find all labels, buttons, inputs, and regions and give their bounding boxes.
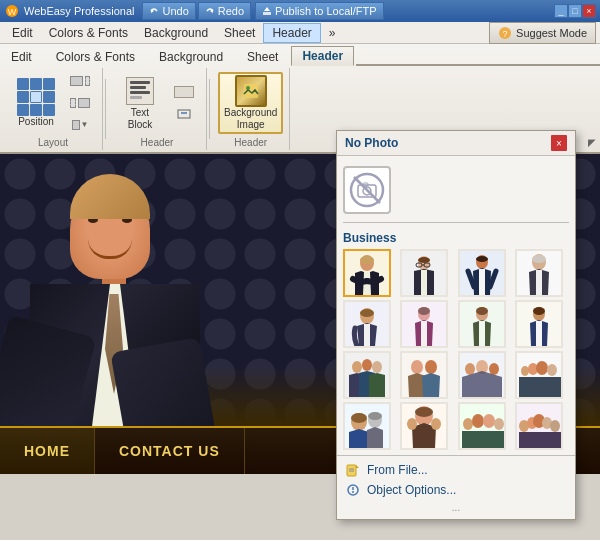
svg-rect-4	[263, 12, 271, 15]
tab-background[interactable]: Background	[148, 47, 234, 66]
photo-cell-7[interactable]	[515, 300, 563, 348]
photo-grid	[343, 249, 569, 450]
maximize-button[interactable]: □	[568, 4, 582, 18]
svg-text:?: ?	[503, 29, 508, 39]
background-image-button[interactable]: BackgroundImage	[218, 72, 283, 134]
photo-cell-3[interactable]	[515, 249, 563, 297]
menu-more[interactable]: »	[321, 24, 344, 42]
popup-body[interactable]: Business	[337, 156, 575, 455]
photo-cell-5[interactable]	[400, 300, 448, 348]
photo-cell-15[interactable]	[515, 402, 563, 450]
menu-colors-fonts[interactable]: Colors & Fonts	[41, 24, 136, 42]
header-group-label: Header	[114, 135, 200, 148]
titlebar: W WebEasy Professional Undo Redo Publish…	[0, 0, 600, 22]
photo-cell-10[interactable]	[458, 351, 506, 399]
undo-button[interactable]: Undo	[142, 2, 195, 20]
svg-point-76	[494, 418, 504, 430]
svg-point-71	[431, 418, 441, 430]
photo-picker-popup: No Photo × Business	[336, 130, 576, 520]
menu-header[interactable]: Header	[263, 23, 320, 43]
object-options-label: Object Options...	[367, 483, 456, 497]
close-button[interactable]: ×	[582, 4, 596, 18]
svg-point-61	[547, 364, 557, 376]
tab-edit[interactable]: Edit	[0, 47, 43, 66]
photo-cell-2[interactable]	[458, 249, 506, 297]
tab-colors-fonts[interactable]: Colors & Fonts	[45, 47, 146, 66]
publish-button[interactable]: Publish to Local/FTP	[255, 2, 384, 20]
header-buttons: TextBlock	[114, 70, 200, 135]
photo-cell-13[interactable]	[400, 402, 448, 450]
object-options-link[interactable]: Object Options...	[345, 482, 567, 498]
svg-point-56	[489, 363, 499, 375]
business-section-label: Business	[343, 231, 569, 245]
svg-point-52	[425, 360, 437, 374]
photo-cell-12[interactable]	[343, 402, 391, 450]
svg-text:W: W	[8, 7, 17, 17]
popup-close-button[interactable]: ×	[551, 135, 567, 151]
menubar: Edit Colors & Fonts Background Sheet Hea…	[0, 22, 600, 44]
photo-cell-14[interactable]	[458, 402, 506, 450]
text-block-label: TextBlock	[128, 107, 152, 131]
align-left-button[interactable]	[64, 71, 96, 91]
position-button[interactable]: Position	[10, 72, 62, 134]
photo-cell-6[interactable]	[458, 300, 506, 348]
ribbon-expand-button[interactable]: ◤	[588, 137, 596, 148]
photo-cell-4[interactable]	[343, 300, 391, 348]
svg-point-19	[360, 256, 374, 264]
position-label: Position	[18, 116, 54, 128]
text-small2-button[interactable]	[168, 104, 200, 124]
svg-point-64	[351, 413, 367, 423]
photo-cell-0[interactable]	[343, 249, 391, 297]
menu-sheet[interactable]: Sheet	[216, 24, 263, 42]
align-right-button[interactable]	[64, 93, 96, 113]
svg-point-54	[465, 363, 475, 375]
svg-point-69	[415, 407, 433, 417]
text-small1-button[interactable]	[168, 82, 200, 102]
nav-home[interactable]: HOME	[0, 428, 95, 474]
menu-edit[interactable]: Edit	[4, 24, 41, 42]
svg-point-88	[352, 491, 354, 493]
svg-point-74	[472, 414, 484, 428]
minimize-button[interactable]: _	[554, 4, 568, 18]
text-block-button[interactable]: TextBlock	[114, 72, 166, 134]
text-block-icon	[124, 75, 156, 107]
svg-point-73	[463, 418, 473, 430]
no-photo-icon[interactable]	[343, 166, 391, 214]
popup-footer: From File... Object Options... ...	[337, 455, 575, 519]
svg-point-47	[352, 361, 362, 373]
svg-point-42	[476, 307, 488, 315]
ribbon-group-bgimage: BackgroundImage Header	[212, 68, 290, 150]
svg-point-33	[532, 255, 546, 263]
popup-header: No Photo ×	[337, 131, 575, 156]
svg-point-49	[372, 361, 382, 373]
popup-title: No Photo	[345, 136, 398, 150]
menu-background[interactable]: Background	[136, 24, 216, 42]
ribbon-tabs: Edit Colors & Fonts Background Sheet Hea…	[0, 44, 600, 66]
svg-point-48	[362, 359, 372, 371]
redo-button[interactable]: Redo	[198, 2, 251, 20]
svg-point-28	[476, 256, 488, 262]
svg-point-58	[521, 366, 529, 376]
photo-cell-1[interactable]	[400, 249, 448, 297]
app-title: WebEasy Professional	[24, 5, 134, 17]
app-icon: W	[4, 3, 20, 19]
from-file-link[interactable]: From File...	[345, 462, 567, 478]
photo-cell-11[interactable]	[515, 351, 563, 399]
photo-cell-9[interactable]	[400, 351, 448, 399]
align-expand-button[interactable]: ▼	[64, 115, 96, 135]
svg-point-70	[407, 418, 417, 430]
svg-point-51	[411, 360, 423, 374]
suggest-mode-button[interactable]: ? Suggest Mode	[489, 22, 596, 44]
background-image-icon	[235, 75, 267, 107]
svg-point-22	[418, 257, 430, 263]
bgimage-group-label: Header	[218, 135, 283, 148]
object-options-icon	[345, 482, 361, 498]
photo-cell-8[interactable]	[343, 351, 391, 399]
footer-dots: ...	[345, 502, 567, 513]
tab-sheet[interactable]: Sheet	[236, 47, 289, 66]
svg-rect-8	[178, 110, 190, 118]
layout-label: Layout	[10, 135, 96, 148]
tab-header[interactable]: Header	[291, 46, 354, 66]
svg-point-39	[418, 307, 430, 315]
nav-contact[interactable]: CONTACT US	[95, 428, 245, 474]
